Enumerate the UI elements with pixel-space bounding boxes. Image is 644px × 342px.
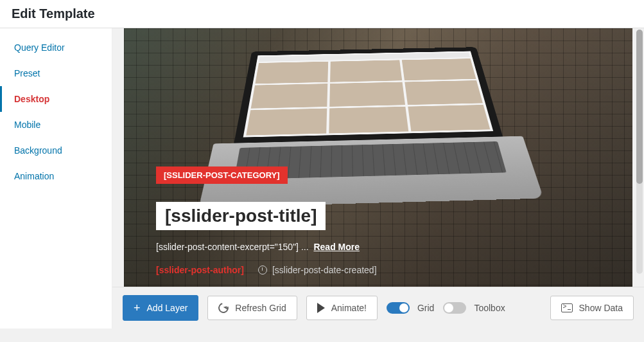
grid-toggle-group: Grid <box>387 302 434 314</box>
refresh-grid-button[interactable]: Refresh Grid <box>207 296 297 320</box>
sidebar-item-query-editor[interactable]: Query Editor <box>0 35 112 60</box>
add-layer-button[interactable]: + Add Layer <box>123 295 198 321</box>
vertical-scrollbar[interactable] <box>636 30 643 274</box>
toolbox-toggle-group: Toolbox <box>443 302 505 314</box>
layer-post-excerpt[interactable]: [sslider-post-content-excerpt="150"] ...… <box>156 242 613 252</box>
grid-label: Grid <box>417 303 434 313</box>
sidebar: Query Editor Preset Desktop Mobile Backg… <box>0 28 112 328</box>
excerpt-text: [sslider-post-content-excerpt="150"] ... <box>156 242 309 252</box>
animate-button[interactable]: Animate! <box>306 296 378 320</box>
refresh-grid-label: Refresh Grid <box>235 303 286 313</box>
sidebar-item-desktop[interactable]: Desktop <box>0 86 112 112</box>
toolbox-toggle[interactable] <box>443 302 466 314</box>
main-layout: Query Editor Preset Desktop Mobile Backg… <box>0 28 644 328</box>
show-data-label: Show Data <box>579 303 623 313</box>
layer-post-date[interactable]: [sslider-post-date-created] <box>258 265 377 275</box>
read-more-link[interactable]: Read More <box>313 242 360 252</box>
animate-label: Animate! <box>331 303 367 313</box>
layers-container: [SSLIDER-POST-CATEGORY] [sslider-post-ti… <box>156 166 613 275</box>
grid-toggle[interactable] <box>387 302 410 314</box>
sidebar-item-animation[interactable]: Animation <box>0 163 112 189</box>
bottom-toolbar: + Add Layer Refresh Grid Animate! Grid T… <box>112 287 644 328</box>
sidebar-item-preset[interactable]: Preset <box>0 60 112 86</box>
clock-icon <box>258 266 267 274</box>
add-layer-label: Add Layer <box>147 303 188 313</box>
plus-icon: + <box>134 302 141 314</box>
layer-post-author[interactable]: [sslider-post-author] <box>156 265 244 275</box>
layer-post-title[interactable]: [sslider-post-title] <box>156 202 326 230</box>
toolbox-label: Toolbox <box>474 303 505 313</box>
date-text: [sslider-post-date-created] <box>272 265 377 275</box>
sidebar-item-background[interactable]: Background <box>0 138 112 163</box>
terminal-icon <box>561 303 573 312</box>
page-title: Edit Template <box>12 6 632 21</box>
refresh-icon <box>216 301 231 315</box>
show-data-button[interactable]: Show Data <box>550 296 634 320</box>
sidebar-item-mobile[interactable]: Mobile <box>0 112 112 138</box>
layer-meta-row: [sslider-post-author] [sslider-post-date… <box>156 265 613 275</box>
play-icon <box>317 303 325 313</box>
template-canvas[interactable]: [SSLIDER-POST-CATEGORY] [sslider-post-ti… <box>124 28 632 287</box>
scrollbar-thumb[interactable] <box>636 30 643 184</box>
content-area: [SSLIDER-POST-CATEGORY] [sslider-post-ti… <box>112 28 644 328</box>
header: Edit Template <box>0 0 644 28</box>
layer-post-category[interactable]: [SSLIDER-POST-CATEGORY] <box>156 166 288 184</box>
